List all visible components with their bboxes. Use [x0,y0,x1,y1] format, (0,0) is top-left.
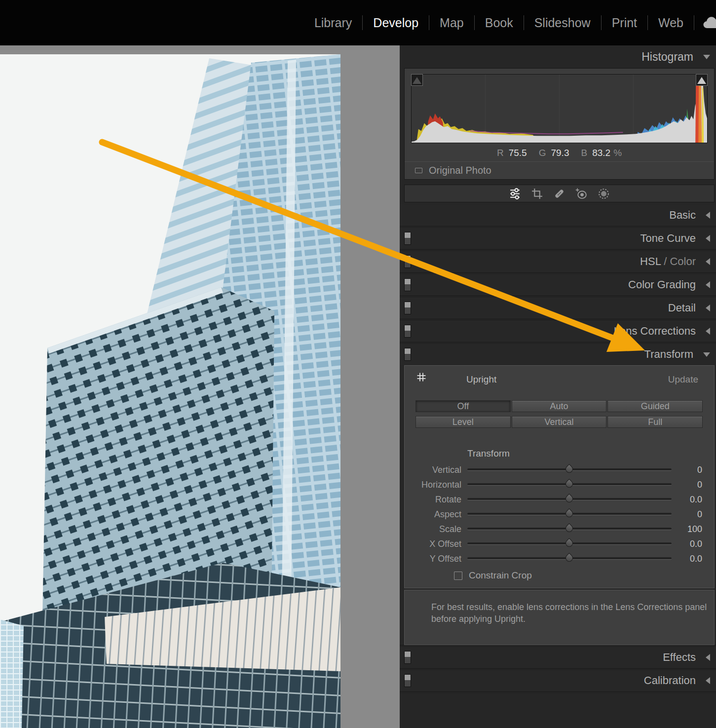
panel-calibration[interactable]: Calibration [400,670,716,691]
slider-track[interactable] [467,483,672,486]
module-book[interactable]: Book [475,16,524,30]
slider-track[interactable] [467,542,672,545]
slider-value[interactable]: 0 [668,462,702,477]
module-picker-bar: Library Develop Map Book Slideshow Print… [0,0,716,45]
crop-icon[interactable] [531,188,543,200]
panel-transform[interactable]: Transform [400,344,716,365]
rgb-readout: R 75.5 G 79.3 B 83.2 % [405,148,714,158]
slider-track[interactable] [467,513,672,515]
slider-value[interactable]: 0 [668,507,702,522]
slider-thumb[interactable] [564,508,574,519]
masking-icon[interactable] [598,188,610,200]
slider-track[interactable] [467,498,672,500]
slider-track[interactable] [467,557,672,560]
upright-full-button[interactable]: Full [607,416,703,428]
shadow-clip-triangle-icon [413,77,421,84]
creative-cloud-icon[interactable] [703,15,716,30]
slider-thumb[interactable] [564,494,574,504]
r-label: R [497,148,504,158]
upright-button-grid: Off Auto Guided Level Vertical Full [415,400,703,428]
edit-sliders-icon[interactable] [509,188,521,200]
slider-value[interactable]: 0.0 [668,551,702,566]
panel-lens-corrections[interactable]: Lens Corrections [400,320,716,342]
slider-vertical: Vertical 0 [405,462,714,477]
upright-off-button[interactable]: Off [415,400,511,412]
expand-triangle-icon[interactable] [706,212,710,219]
module-map[interactable]: Map [429,16,474,30]
expand-triangle-icon[interactable] [706,328,710,335]
slider-track[interactable] [467,468,672,471]
slider-thumb[interactable] [564,538,574,548]
slider-label: Scale [405,522,461,536]
constrain-crop-checkbox[interactable] [454,572,462,580]
expand-triangle-icon[interactable] [706,677,710,684]
panel-enable-toggle[interactable] [404,278,411,291]
transform-panel-content: Upright Update Off Auto Guided Level Ver… [404,365,715,588]
module-nav: Library Develop Map Book Slideshow Print… [304,0,716,45]
panel-color-grading[interactable]: Color Grading [400,274,716,296]
panel-effects[interactable]: Effects [400,647,716,668]
panel-hsl-color[interactable]: HSL / Color [400,251,716,272]
panel-enable-toggle[interactable] [404,348,411,361]
original-photo-row[interactable]: Original Photo [405,161,714,179]
panel-calibration-label: Calibration [644,674,696,687]
highlight-clip-triangle-icon [697,77,706,84]
panel-enable-toggle[interactable] [404,232,411,245]
module-web[interactable]: Web [648,16,694,30]
red-eye-icon[interactable] [575,188,588,200]
upright-guided-button[interactable]: Guided [607,400,703,412]
panel-tone-curve[interactable]: Tone Curve [400,228,716,249]
slider-track[interactable] [467,528,672,530]
slider-thumb[interactable] [564,523,574,534]
upright-auto-button[interactable]: Auto [512,400,607,412]
expand-triangle-icon[interactable] [706,305,710,311]
slider-value[interactable]: 0.0 [668,492,702,507]
panel-effects-label: Effects [663,651,696,664]
transform-section-label: Transform [467,448,510,459]
panel-enable-toggle[interactable] [404,302,411,314]
slider-value[interactable]: 0 [668,477,702,492]
slider-thumb[interactable] [564,553,574,563]
histogram-panel: R 75.5 G 79.3 B 83.2 % Original Photo [404,68,715,180]
panel-basic[interactable]: Basic [400,204,716,226]
upright-label: Upright [466,374,496,385]
slider-x-offset: X Offset 0.0 [405,536,714,551]
slider-thumb[interactable] [564,479,574,489]
shadow-clipping-indicator[interactable] [411,74,423,86]
slider-y-offset: Y Offset 0.0 [405,551,714,566]
panel-enable-toggle[interactable] [404,325,411,338]
expand-triangle-icon[interactable] [706,258,710,265]
panel-separator [400,691,716,693]
module-develop[interactable]: Develop [363,16,429,30]
upright-vertical-button[interactable]: Vertical [512,416,607,428]
slider-value[interactable]: 0.0 [668,536,702,551]
expand-triangle-icon[interactable] [706,281,710,288]
healing-brush-icon[interactable] [553,188,565,200]
histogram-plot[interactable] [411,74,708,143]
module-library[interactable]: Library [304,16,362,30]
expand-triangle-icon[interactable] [706,654,710,661]
module-slideshow[interactable]: Slideshow [524,16,601,30]
module-print[interactable]: Print [602,16,647,30]
collapse-triangle-icon[interactable] [703,352,710,357]
highlight-clipping-indicator[interactable] [696,74,708,86]
expand-triangle-icon[interactable] [706,235,710,242]
collapse-triangle-icon[interactable] [703,55,710,59]
update-button[interactable]: Update [668,374,698,385]
slider-value[interactable]: 100 [668,522,702,536]
upright-level-button[interactable]: Level [415,416,511,428]
slider-label: Rotate [405,492,461,507]
slider-aspect: Aspect 0 [405,507,714,522]
panel-enable-toggle[interactable] [404,255,411,268]
photo-canvas[interactable] [0,54,340,728]
panel-enable-toggle[interactable] [404,651,411,664]
panel-transform-label: Transform [644,348,693,361]
panel-basic-label: Basic [669,209,696,222]
panel-enable-toggle[interactable] [404,674,411,687]
histogram-header[interactable]: Histogram [400,45,716,68]
histogram-title: Histogram [641,50,693,64]
panel-detail[interactable]: Detail [400,297,716,319]
slider-thumb[interactable] [564,464,574,474]
panel-hsl-color-label: HSL / Color [640,255,696,268]
percent-unit: % [613,148,622,158]
